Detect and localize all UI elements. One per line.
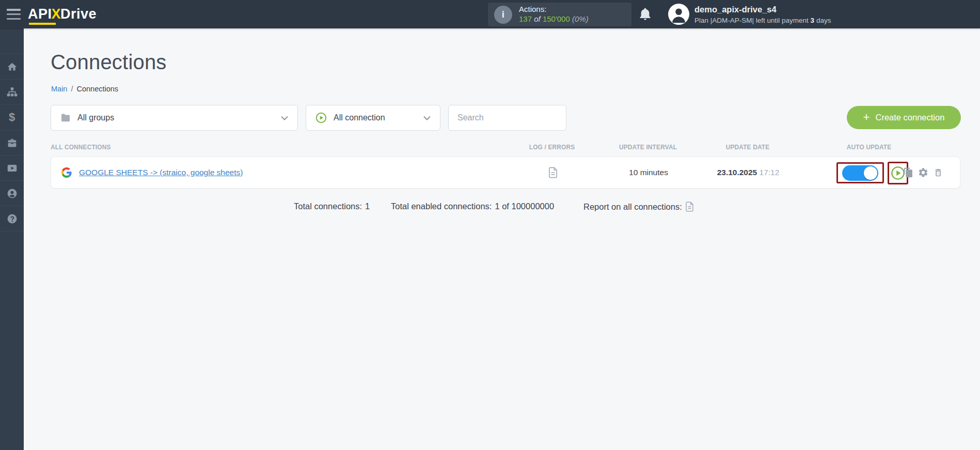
- sitemap-icon: [7, 87, 18, 98]
- column-header-all-connections: ALL CONNECTIONS: [51, 143, 111, 151]
- create-connection-label: Create connection: [875, 113, 944, 122]
- auto-update-toggle[interactable]: [842, 165, 878, 181]
- column-header-log-errors: LOG / ERRORS: [529, 143, 575, 151]
- logo-text-x: X: [52, 6, 61, 22]
- update-interval-value: 10 minutes: [629, 168, 668, 177]
- play-circle-icon: [315, 112, 327, 123]
- user-avatar[interactable]: [668, 4, 689, 25]
- app-screen: APIXDrive i Actions: 137 of 150'000 (0%)…: [0, 0, 980, 450]
- settings-gear-icon[interactable]: [918, 167, 929, 178]
- logo-underline: [29, 23, 56, 25]
- trash-icon[interactable]: [934, 167, 943, 178]
- actions-label: Actions:: [519, 5, 589, 14]
- sidebar-item-video[interactable]: [0, 156, 24, 181]
- app-logo[interactable]: APIXDrive: [28, 5, 97, 23]
- top-header: APIXDrive i Actions: 137 of 150'000 (0%)…: [0, 0, 980, 28]
- breadcrumb-current: Connections: [76, 85, 118, 93]
- home-icon: [7, 61, 18, 72]
- update-date-value: 23.10.2025 17:12: [717, 168, 780, 177]
- plus-icon: +: [863, 112, 870, 123]
- copy-icon[interactable]: [903, 167, 913, 178]
- groups-filter-value: All groups: [77, 113, 281, 122]
- sidebar-item-help[interactable]: [0, 206, 24, 231]
- groups-filter-dropdown[interactable]: All groups: [51, 105, 298, 131]
- user-plan: Plan |ADM-AP-SM| left until payment 3 da…: [694, 16, 831, 25]
- column-header-auto-update: AUTO UPDATE: [847, 143, 892, 151]
- folder-icon: [60, 114, 71, 122]
- time-value: 17:12: [760, 168, 780, 177]
- sidebar-item-connections[interactable]: [0, 80, 24, 105]
- google-logo-icon: [61, 167, 72, 178]
- report-file-icon[interactable]: [685, 201, 694, 212]
- actions-of: of: [534, 14, 541, 23]
- chevron-down-icon: [423, 116, 431, 120]
- menu-icon[interactable]: [7, 9, 21, 20]
- connection-filter-value: All connection: [334, 113, 423, 122]
- logo-text-drive: Drive: [60, 6, 97, 22]
- report-all-connections: Report on all connections:: [583, 201, 694, 212]
- total-enabled-connections: Total enabled connections:1 of 100000000: [391, 201, 554, 211]
- sidebar-item-account[interactable]: [0, 181, 24, 206]
- log-file-icon[interactable]: [548, 167, 558, 178]
- actions-counter[interactable]: i Actions: 137 of 150'000 (0%): [488, 3, 631, 26]
- actions-total: 150'000: [543, 14, 570, 23]
- total-connections-value: 1: [365, 201, 370, 211]
- column-header-update-date: UPDATE DATE: [726, 143, 770, 151]
- person-icon: [7, 188, 18, 199]
- left-sidebar: $: [0, 28, 24, 450]
- page-title: Connections: [51, 51, 167, 74]
- question-icon: [7, 213, 18, 224]
- dollar-icon: $: [9, 112, 15, 123]
- video-play-icon: [7, 163, 18, 174]
- actions-used: 137: [519, 14, 532, 23]
- total-connections: Total connections:1: [294, 201, 370, 211]
- sidebar-spacer: [0, 28, 24, 54]
- enabled-connections-value: 1 of 100000000: [495, 201, 554, 211]
- highlight-box-toggle: [836, 162, 884, 183]
- toggle-knob: [864, 166, 877, 180]
- actions-usage: 137 of 150'000 (0%): [519, 14, 589, 24]
- user-name: demo_apix-drive_s4: [694, 4, 831, 15]
- chevron-down-icon: [281, 116, 288, 120]
- create-connection-button[interactable]: + Create connection: [847, 106, 961, 129]
- breadcrumb-separator: /: [71, 85, 73, 93]
- user-info[interactable]: demo_apix-drive_s4 Plan |ADM-AP-SM| left…: [694, 4, 831, 25]
- days-left-value: 3: [811, 17, 815, 24]
- breadcrumb: Main/Connections: [51, 85, 118, 93]
- column-header-update-interval: UPDATE INTERVAL: [619, 143, 677, 151]
- connection-row: GOOGLE SHEETS -> (straico, google sheets…: [51, 157, 960, 189]
- logo-text-api: API: [28, 6, 52, 22]
- notifications-bell-icon[interactable]: [638, 7, 652, 22]
- sidebar-item-home[interactable]: [0, 54, 24, 80]
- search-input[interactable]: [448, 105, 566, 131]
- sidebar-item-services[interactable]: [0, 130, 24, 156]
- connection-name-link[interactable]: GOOGLE SHEETS -> (straico, google sheets…: [79, 168, 243, 177]
- connection-status-dropdown[interactable]: All connection: [306, 105, 440, 131]
- sidebar-item-billing[interactable]: $: [0, 105, 24, 130]
- date-value: 23.10.2025: [717, 168, 757, 177]
- actions-percent: (0%): [572, 14, 589, 23]
- briefcase-icon: [7, 137, 18, 148]
- breadcrumb-main-link[interactable]: Main: [51, 85, 67, 93]
- info-icon: i: [494, 6, 512, 24]
